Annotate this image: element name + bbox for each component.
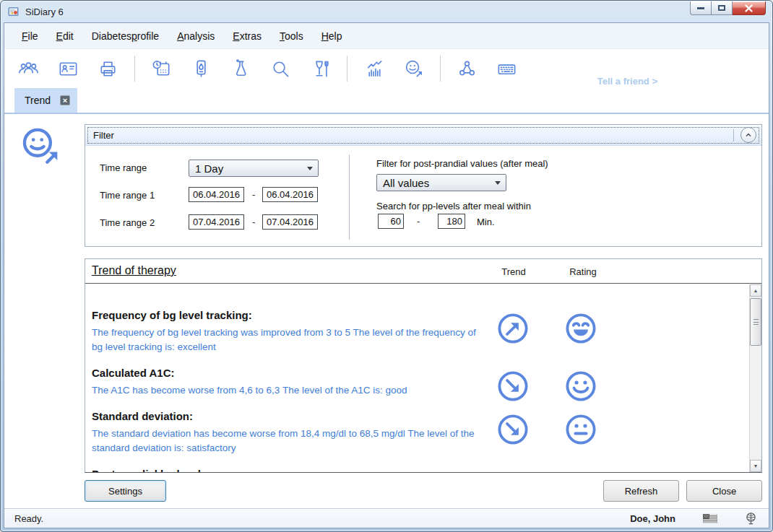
menu-bar: FileEditDiabetesprofileAnalysisExtrasToo…: [4, 23, 769, 49]
nutrition-toolbar-button[interactable]: [305, 54, 335, 83]
profile-toolbar-button[interactable]: [53, 54, 83, 83]
trend-smiley-icon: [402, 58, 425, 80]
pp-from-input[interactable]: [378, 214, 404, 229]
users-icon: [17, 58, 40, 80]
time-range-2-label: Time range 2: [100, 217, 155, 228]
patients-toolbar-button[interactable]: [13, 54, 43, 83]
trend-row-description: The frequency of bg level tracking was i…: [92, 326, 482, 354]
time-range-label: Time range: [100, 162, 147, 173]
time-range-1-from-input[interactable]: [189, 187, 244, 202]
scrollbar-thumb[interactable]: [750, 298, 761, 346]
tab-trend[interactable]: Trend ×: [14, 88, 77, 113]
toolbar-buttons: [13, 54, 531, 83]
trend-cell: [490, 470, 536, 472]
filter-divider: [349, 154, 350, 240]
trend-row-heading: Postprandial bg levels:: [92, 468, 749, 472]
menu-item-diabetesprofile[interactable]: Diabetesprofile: [85, 27, 166, 45]
language-flag-icon[interactable]: [703, 514, 717, 523]
menu-item-help[interactable]: Help: [314, 27, 350, 45]
dropdown-arrow-icon: [495, 181, 501, 185]
main-area: Filter Time range Time range 1 Time rang…: [4, 114, 769, 508]
print-toolbar-button[interactable]: [92, 54, 123, 83]
filter-collapse-area: [733, 127, 756, 143]
maximize-button[interactable]: [712, 1, 733, 15]
diary-toolbar-button[interactable]: [146, 54, 176, 83]
trend-cell: [490, 311, 536, 346]
rating-cell: [558, 311, 604, 346]
trend-toolbar-button[interactable]: [398, 54, 428, 83]
settings-button[interactable]: Settings: [85, 480, 166, 502]
filter-body: Time range Time range 1 Time range 2 1 D…: [85, 146, 761, 246]
tab-label: Trend: [25, 95, 51, 106]
range-dash: -: [417, 216, 420, 227]
pp-unit-label: Min.: [477, 217, 495, 227]
trend-panel-title: Trend of therapy: [92, 264, 176, 277]
pp-to-input[interactable]: [438, 214, 465, 229]
app-icon: [7, 5, 20, 18]
share-toolbar-button[interactable]: [452, 54, 482, 83]
close-tab-button[interactable]: Close: [686, 480, 762, 502]
refresh-button[interactable]: Refresh: [603, 480, 679, 502]
trend-cell: [490, 412, 536, 447]
trend-row-text: Frequency of bg level tracking: The freq…: [92, 309, 749, 354]
device-toolbar-button[interactable]: [186, 54, 216, 83]
toolbar-separator: [440, 56, 441, 82]
caption-buttons: [690, 1, 766, 15]
menu-item-tools[interactable]: Tools: [272, 27, 311, 45]
search-toolbar-button[interactable]: [265, 54, 295, 83]
time-range-2-from-input[interactable]: [189, 214, 244, 230]
toolbar: Tell a friend >: [4, 49, 769, 88]
tell-a-friend-link[interactable]: Tell a friend >: [597, 76, 657, 87]
keyboard-icon: [496, 58, 518, 80]
dropdown-arrow-icon: [307, 167, 313, 170]
tab-close-icon[interactable]: ×: [60, 95, 70, 105]
scrollbar-grip-icon: [753, 319, 759, 325]
current-user-label: Doe, John: [630, 513, 675, 524]
globe-icon[interactable]: [745, 512, 757, 525]
lab-flask-icon: [230, 58, 252, 80]
pp-search-label: Search for pp-levels after meal within: [376, 201, 531, 212]
time-range-dropdown[interactable]: 1 Day: [189, 160, 319, 177]
menu-item-edit[interactable]: Edit: [49, 27, 81, 45]
menu-item-extras[interactable]: Extras: [225, 27, 269, 45]
pp-filter-selected-value: All values: [383, 177, 429, 189]
close-window-button[interactable]: [733, 1, 766, 15]
filter-panel-header[interactable]: Filter: [85, 125, 761, 146]
rating-cell: [558, 369, 604, 404]
time-range-2-to-input[interactable]: [262, 214, 318, 230]
collapse-filter-button[interactable]: [740, 127, 756, 143]
trend-row: Calculated A1C: The A1C has become worse…: [92, 367, 749, 398]
arrow-down-right-icon: [496, 369, 530, 404]
maximize-icon: [718, 5, 725, 11]
range-dash: -: [252, 189, 255, 200]
trend-row-heading: Calculated A1C:: [92, 367, 749, 380]
minimize-button[interactable]: [690, 1, 712, 15]
status-bar: Ready. Doe, John: [4, 508, 769, 528]
scroll-up-icon[interactable]: ▲: [750, 284, 761, 297]
smiley-smile-icon: [563, 369, 598, 404]
app-window: SiDiary 6 FileEditDiabetesprofileAnalysi…: [0, 0, 773, 532]
time-range-1-to-input[interactable]: [262, 187, 318, 202]
menu-item-analysis[interactable]: Analysis: [170, 27, 222, 45]
pp-filter-dropdown[interactable]: All values: [376, 174, 506, 191]
trend-scrollbar[interactable]: ▲ ▼: [749, 284, 761, 472]
statistics-toolbar-button[interactable]: [358, 54, 389, 83]
trend-smiley-icon: [16, 123, 64, 170]
toolbar-separator: [134, 56, 135, 82]
minimize-icon: [697, 7, 704, 9]
scroll-down-icon[interactable]: ▼: [750, 460, 761, 472]
lab-toolbar-button[interactable]: [225, 54, 256, 83]
rating-cell: [558, 470, 604, 472]
profile-card-icon: [57, 58, 79, 80]
trend-row: Standard deviation: The standard deviati…: [92, 410, 749, 455]
bar-chart-icon: [363, 58, 385, 80]
trend-row: Frequency of bg level tracking: The freq…: [92, 309, 749, 354]
rating-column-header: Rating: [558, 266, 608, 277]
trend-row-description: The A1C has become worse from 4,6 to 6,3…: [92, 383, 482, 398]
keyboard-toolbar-button[interactable]: [491, 54, 522, 83]
trend-row: Postprandial bg levels:: [92, 468, 749, 472]
arrow-down-right-icon: [496, 412, 530, 447]
trend-row-text: Standard deviation: The standard deviati…: [92, 410, 749, 455]
trend-row-text: Postprandial bg levels:: [92, 468, 749, 472]
menu-item-file[interactable]: File: [14, 27, 46, 45]
